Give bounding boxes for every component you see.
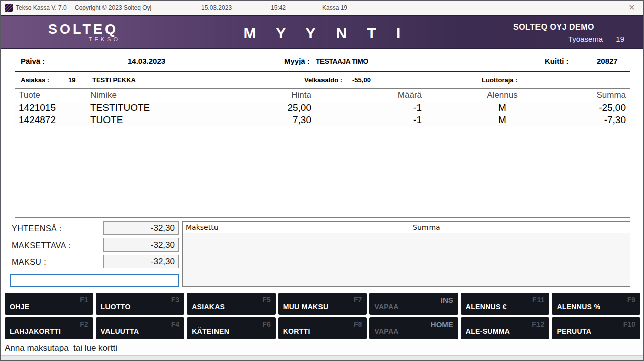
cell-sum: -25,00	[583, 102, 630, 113]
shortcut-key-label: F3	[171, 296, 179, 304]
payment-entry-input[interactable]	[10, 274, 179, 287]
cell-price: 25,00	[231, 102, 311, 113]
button-label: MUU MAKSU	[283, 303, 329, 311]
button-label: VAPAA	[374, 303, 398, 311]
gift-card-button[interactable]: LAHJAKORTTI F2	[5, 317, 93, 339]
text-caret	[14, 275, 14, 284]
store-name: SOLTEQ OYJ DEMO	[513, 23, 594, 32]
debt-value: -55,00	[352, 76, 371, 84]
button-label: KÄTEINEN	[192, 327, 229, 335]
title-bar: Tekso Kassa V. 7.0 Copyright © 2023 Solt…	[1, 1, 643, 15]
date-label: Päivä :	[21, 57, 45, 65]
debt-label: Velkasaldo :	[304, 76, 342, 84]
button-label: VAPAA	[374, 327, 398, 335]
cell-name: TESTITUOTE	[90, 102, 231, 113]
total-value-field: -32,30	[103, 221, 179, 235]
button-label: KORTTI	[283, 327, 310, 335]
column-header-discount: Alennus	[422, 90, 583, 100]
customer-button[interactable]: ASIAKAS F5	[187, 293, 276, 315]
shortcut-key-label: F8	[354, 320, 362, 328]
help-button[interactable]: OHJE F1	[5, 293, 93, 315]
payment-label: MAKSU :	[12, 258, 46, 267]
shortcut-key-label: F10	[623, 320, 635, 328]
free-button-ins: VAPAA INS	[369, 293, 458, 315]
pos-window: Tekso Kassa V. 7.0 Copyright © 2023 Solt…	[0, 0, 644, 361]
app-logo-icon	[5, 4, 13, 12]
button-label: ASIAKAS	[192, 303, 225, 311]
shortcut-key-label: F1	[80, 296, 88, 304]
register-number: Kassa 19	[322, 4, 347, 11]
button-label: VALUUTTA	[101, 327, 139, 335]
window-title: Tekso Kassa V. 7.0	[16, 4, 67, 11]
sale-info-row: Päivä : 14.03.2023 Myyjä : TESTAAJA TIMO…	[1, 49, 643, 71]
table-row[interactable]: 1424872 TUOTE 7,30 -1 M -7,30	[15, 114, 630, 126]
receipt-label: Kuitti :	[545, 57, 568, 65]
column-header-product: Tuote	[15, 90, 90, 100]
shortcut-key-label: F2	[80, 320, 88, 328]
system-date: 15.03.2023	[201, 4, 232, 11]
status-bar: Anna maksutapa tai lue kortti	[1, 340, 643, 355]
discount-pct-button[interactable]: ALENNUS % F9	[552, 293, 640, 315]
cell-product: 1424872	[15, 114, 90, 126]
card-button[interactable]: KORTTI F8	[278, 317, 367, 339]
shortcut-key-label: F7	[354, 296, 362, 304]
workstation-value: 19	[616, 35, 624, 43]
status-message: Anna maksutapa tai lue kortti	[5, 343, 117, 353]
cell-discount: M	[422, 114, 583, 126]
shortcut-key-label: F5	[262, 296, 270, 304]
customer-info-row: Asiakas : 19 TESTI PEKKA Velkasaldo : -5…	[1, 72, 643, 88]
cell-qty: -1	[311, 102, 422, 113]
shortcut-key-label: INS	[441, 296, 453, 304]
table-row[interactable]: 1421015 TESTITUOTE 25,00 -1 M -25,00	[15, 102, 630, 114]
function-key-grid: OHJE F1 LUOTTO F3 ASIAKAS F5 MUU MAKSU F…	[5, 293, 640, 340]
button-label: PERUUTA	[557, 327, 591, 335]
column-header-qty: Määrä	[311, 90, 422, 100]
cash-button[interactable]: KÄTEINEN F6	[187, 317, 276, 339]
payable-value-field: -32,30	[103, 238, 179, 252]
button-label: ALENNUS %	[557, 303, 600, 311]
window-bottom-edge	[1, 355, 643, 361]
items-table-header: Tuote Nimike Hinta Määrä Alennus Summa	[15, 89, 630, 102]
column-header-name: Nimike	[90, 90, 231, 100]
shortcut-key-label: F6	[262, 320, 270, 328]
total-label: YHTEENSÄ :	[12, 224, 62, 233]
payments-panel-header: Maksettu Summa	[183, 222, 630, 233]
customer-name: TESTI PEKKA	[92, 76, 136, 84]
shortcut-key-label: F12	[532, 320, 544, 328]
credit-button[interactable]: LUOTTO F3	[96, 293, 185, 315]
column-header-price: Hinta	[231, 90, 311, 100]
payable-label: MAKSETTAVA :	[12, 241, 71, 250]
button-label: OHJE	[10, 303, 29, 311]
close-icon[interactable]: ✕	[625, 2, 638, 13]
shortcut-key-label: HOME	[431, 320, 453, 329]
app-header: SOLTEQ TEKSO M Y Y N T I SOLTEQ OYJ DEMO…	[1, 15, 643, 49]
receipt-items-table: Tuote Nimike Hinta Määrä Alennus Summa 1…	[15, 88, 630, 218]
shortcut-key-label: F4	[171, 320, 179, 328]
button-label: LUOTTO	[101, 303, 131, 311]
cell-product: 1421015	[15, 102, 90, 113]
date-value: 14.03.2023	[128, 57, 165, 65]
workstation-info: Työasema 19	[568, 35, 624, 43]
cell-sum: -7,30	[583, 114, 630, 126]
payments-panel: Maksettu Summa	[182, 221, 630, 287]
other-payment-button[interactable]: MUU MAKSU F7	[278, 293, 367, 315]
discount-sum-button[interactable]: ALE-SUMMA F12	[461, 317, 550, 339]
customer-label: Asiakas :	[21, 76, 49, 84]
system-time: 15:42	[271, 4, 286, 11]
cell-qty: -1	[311, 114, 422, 126]
shortcut-key-label: F11	[532, 296, 544, 304]
paid-column-header: Maksettu	[186, 223, 219, 231]
cell-discount: M	[422, 102, 583, 113]
currency-button[interactable]: VALUUTTA F4	[96, 317, 185, 339]
seller-label: Myyjä :	[284, 57, 310, 65]
payment-value-field: -32,30	[103, 255, 179, 268]
column-header-sum: Summa	[583, 90, 630, 100]
credit-limit-label: Luottoraja :	[482, 76, 518, 84]
cell-price: 7,30	[231, 114, 311, 126]
button-label: ALENNUS €	[466, 303, 507, 311]
cancel-button[interactable]: PERUUTA F10	[552, 317, 640, 339]
discount-eur-button[interactable]: ALENNUS € F11	[461, 293, 550, 315]
button-label: LAHJAKORTTI	[10, 327, 61, 335]
shortcut-key-label: F9	[627, 296, 635, 304]
button-label: ALE-SUMMA	[466, 327, 510, 335]
